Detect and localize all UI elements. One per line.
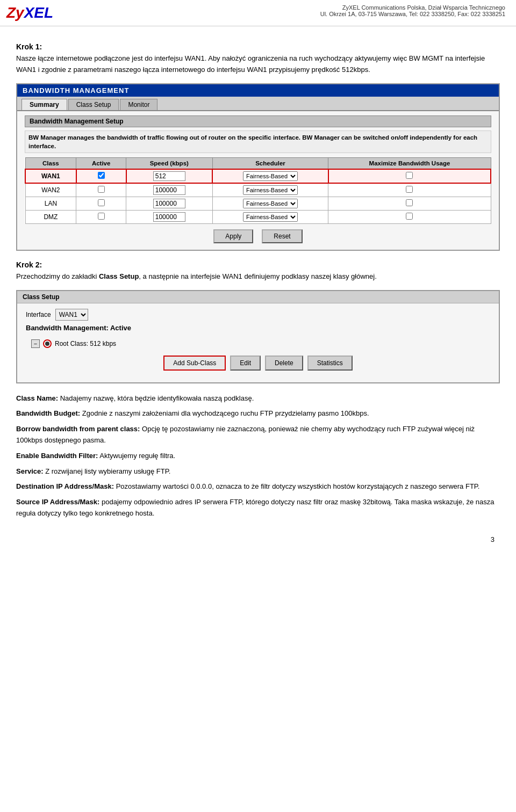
active-checkbox-dmz[interactable] [98,213,105,220]
cell-scheduler-dmz: Fairness-Based [212,210,328,223]
interface-select[interactable]: WAN1 WAN2 LAN DMZ [55,309,88,321]
desc-bandwidth-budget: Bandwidth Budget: Zgodnie z naszymi zało… [16,408,500,419]
desc-class-name: Class Name: Nadajemy nazwę, która będzie… [16,393,500,404]
scheduler-select-wan1[interactable]: Fairness-Based [243,171,298,181]
page-header: ZyXEL ZyXEL Communications Polska, Dział… [0,0,516,26]
main-content: Krok 1: Nasze łącze internetowe podłączo… [0,26,516,552]
table-row: LAN Fairness-Based [25,197,491,210]
scheduler-select-wan2[interactable]: Fairness-Based [243,185,298,195]
table-row: WAN2 Fairness-Based [25,183,491,197]
page-number: 3 [16,535,500,543]
desc-destination-ip: Destination IP Address/Mask: Pozostawiam… [16,481,500,492]
speed-input-lan[interactable] [153,199,185,208]
bm-tabs: Summary Class Setup Monitor [17,97,499,111]
scheduler-select-lan[interactable]: Fairness-Based [243,199,298,208]
maximize-checkbox-wan1[interactable] [406,172,413,179]
add-sub-class-button[interactable]: Add Sub-Class [163,356,226,371]
cs-action-buttons: Add Sub-Class Edit Delete Statistics [26,356,490,371]
cs-tree: − Root Class: 512 kbps [31,339,490,348]
active-checkbox-wan2[interactable] [98,186,105,193]
active-checkbox-lan[interactable] [98,199,105,206]
table-row: WAN1 Fairness-Based [25,169,491,183]
tab-summary[interactable]: Summary [22,99,67,110]
speed-input-dmz[interactable] [153,212,185,222]
bm-description: BW Manager manages the bandwidth of traf… [25,130,491,153]
cell-maximize-wan2 [328,183,491,197]
logo-area: ZyXEL [6,4,53,21]
krok1-section: Krok 1: Nasze łącze internetowe podłączo… [16,42,500,76]
col-scheduler: Scheduler [212,157,328,169]
tree-expand-icon[interactable]: − [31,339,40,348]
edit-button[interactable]: Edit [230,356,261,371]
company-info: ZyXEL Communications Polska, Dział Wspar… [320,4,505,17]
bm-active-label: Bandwidth Management: Active [26,324,490,332]
tab-class-setup[interactable]: Class Setup [68,99,119,110]
active-checkbox-wan1[interactable] [98,172,105,179]
cell-active-dmz [76,210,126,223]
krok2-text: Przechodzimy do zakładki Class Setup, a … [16,271,500,282]
speed-input-wan1[interactable] [153,171,185,181]
maximize-checkbox-wan2[interactable] [406,186,413,193]
bm-title: BANDWIDTH MANAGEMENT [17,84,499,97]
delete-button[interactable]: Delete [265,356,303,371]
tree-row-root: − Root Class: 512 kbps [31,339,490,348]
cell-scheduler-wan2: Fairness-Based [212,183,328,197]
root-class-label: Root Class: 512 kbps [55,340,116,347]
col-speed: Speed (kbps) [126,157,213,169]
col-maximize: Maximize Bandwidth Usage [328,157,491,169]
descriptions-section: Class Name: Nadajemy nazwę, która będzie… [16,393,500,519]
desc-enable-filter: Enable Bandwidth Filter: Aktywujemy regu… [16,451,500,462]
desc-borrow-bandwidth: Borrow bandwidth from parent class: Opcj… [16,424,500,446]
class-setup-box: Class Setup Interface WAN1 WAN2 LAN DMZ … [16,290,500,383]
bm-inner: Bandwidth Management Setup BW Manager ma… [17,111,499,250]
cell-maximize-wan1 [328,169,491,183]
maximize-checkbox-dmz[interactable] [406,213,413,220]
maximize-checkbox-lan[interactable] [406,199,413,206]
statistics-button[interactable]: Statistics [307,356,353,371]
cell-class-wan1: WAN1 [25,169,76,183]
radio-wrap [43,339,52,348]
speed-input-wan2[interactable] [153,185,185,195]
desc-service: Service: Z rozwijanej listy wybieramy us… [16,466,500,477]
cell-speed-wan1 [126,169,213,183]
krok1-text: Nasze łącze internetowe podłączone jest … [16,53,500,76]
krok2-heading: Krok 2: [16,260,500,269]
cell-class-lan: LAN [25,197,76,210]
cell-speed-lan [126,197,213,210]
cell-class-dmz: DMZ [25,210,76,223]
cell-class-wan2: WAN2 [25,183,76,197]
cell-active-wan1 [76,169,126,183]
table-row: DMZ Fairness-Based [25,210,491,223]
company-line2: Ul. Okrzei 1A, 03-715 Warszawa, Tel: 022… [320,11,505,17]
radio-dot [45,342,49,346]
cell-active-lan [76,197,126,210]
cs-inner: Interface WAN1 WAN2 LAN DMZ Bandwidth Ma… [17,303,499,376]
apply-button[interactable]: Apply [213,229,253,243]
cs-title: Class Setup [17,291,499,303]
cs-interface-row: Interface WAN1 WAN2 LAN DMZ [26,309,490,321]
bandwidth-management-box: BANDWIDTH MANAGEMENT Summary Class Setup… [16,83,500,251]
cell-maximize-dmz [328,210,491,223]
radio-button-selected[interactable] [43,339,52,348]
bm-table: Class Active Speed (kbps) Scheduler Maxi… [25,157,491,224]
krok1-heading: Krok 1: [16,42,500,51]
krok2-section: Krok 2: Przechodzimy do zakładki Class S… [16,260,500,282]
desc-source-ip: Source IP Address/Mask: podajemy odpowie… [16,497,500,519]
col-active: Active [76,157,126,169]
cell-speed-wan2 [126,183,213,197]
bm-setup-header: Bandwidth Management Setup [25,115,491,127]
cell-scheduler-lan: Fairness-Based [212,197,328,210]
cell-speed-dmz [126,210,213,223]
company-line1: ZyXEL Communications Polska, Dział Wspar… [320,4,505,11]
scheduler-select-dmz[interactable]: Fairness-Based [243,212,298,222]
interface-label: Interface [26,311,51,318]
bm-action-buttons: Apply Reset [25,229,491,243]
cell-scheduler-wan1: Fairness-Based [212,169,328,183]
tab-monitor[interactable]: Monitor [120,99,157,110]
cell-active-wan2 [76,183,126,197]
reset-button[interactable]: Reset [262,229,302,243]
zyxel-logo: ZyXEL [6,4,53,21]
cell-maximize-lan [328,197,491,210]
col-class: Class [25,157,76,169]
